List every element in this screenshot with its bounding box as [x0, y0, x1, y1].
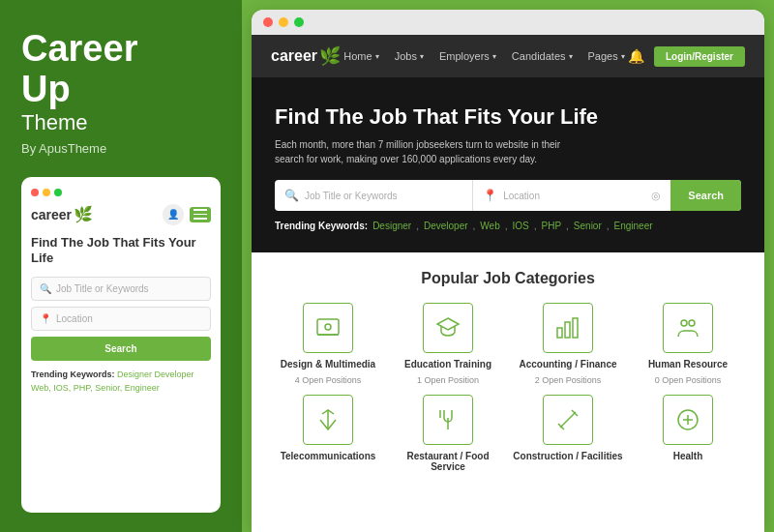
category-name-2: Accounting / Finance: [519, 359, 616, 369]
category-positions-0: 4 Open Positions: [295, 375, 362, 385]
mockup-search-button[interactable]: Search: [31, 337, 211, 361]
svg-rect-6: [573, 318, 578, 338]
category-item-5[interactable]: Restaurant / Food Service: [391, 395, 505, 472]
categories-grid: Design & Multimedia 4 Open Positions Edu…: [271, 303, 745, 472]
mockup-location-placeholder: Location: [56, 313, 93, 324]
search-icon: 🔍: [40, 283, 51, 294]
category-item-1[interactable]: Education Training 1 Open Position: [391, 303, 505, 385]
website-content: career 🌿 Home ▾ Jobs ▾ Employers ▾ Candi…: [252, 35, 764, 532]
site-nav-right: 🔔 Login/Register: [628, 46, 745, 67]
trending-keyword-developer[interactable]: Developer: [424, 221, 468, 231]
brand-author: By ApusTheme: [21, 141, 221, 156]
site-logo: career 🌿: [271, 45, 341, 67]
nav-home[interactable]: Home ▾: [343, 50, 378, 62]
trending-keyword-web[interactable]: Web: [480, 221, 499, 231]
mockup-keyword-placeholder: Job Title or Keywords: [56, 283, 149, 294]
brand-subtitle: Theme: [21, 110, 221, 135]
home-dropdown-icon: ▾: [375, 52, 379, 61]
category-positions-2: 2 Open Positions: [535, 375, 602, 385]
trending-keyword-senior[interactable]: Senior: [574, 221, 602, 231]
trending-label: Trending Keywords:: [275, 221, 368, 231]
login-register-button[interactable]: Login/Register: [654, 46, 745, 67]
categories-section: Popular Job Categories Design & Multimed…: [252, 252, 764, 532]
right-panel: career 🌿 Home ▾ Jobs ▾ Employers ▾ Candi…: [252, 10, 764, 532]
category-icon-6: [543, 395, 593, 445]
category-icon-2: [543, 303, 593, 353]
brand-title: Career Up: [21, 29, 221, 110]
mockup-keyword-input[interactable]: 🔍 Job Title or Keywords: [31, 277, 211, 301]
trending-keyword-php[interactable]: PHP: [542, 221, 562, 231]
category-positions-3: 0 Open Positions: [655, 375, 722, 385]
category-icon-4: [303, 395, 353, 445]
category-name-5: Restaurant / Food Service: [391, 451, 505, 472]
site-nav: career 🌿 Home ▾ Jobs ▾ Employers ▾ Candi…: [252, 35, 764, 77]
category-item-6[interactable]: Construction / Facilities: [511, 395, 625, 472]
mockup-logo: career 🌿: [31, 205, 93, 223]
nav-candidates[interactable]: Candidates ▾: [512, 50, 573, 62]
left-panel: Career Up Theme By ApusTheme career 🌿 👤: [0, 0, 242, 532]
browser-chrome: [252, 10, 764, 35]
category-positions-1: 1 Open Position: [417, 375, 479, 385]
category-name-1: Education Training: [404, 359, 491, 369]
mockup-heading: Find The Job That Fits Your Life: [31, 235, 211, 268]
keyword-placeholder: Job Title or Keywords: [305, 191, 398, 201]
svg-point-7: [681, 320, 687, 326]
nav-jobs[interactable]: Jobs ▾: [395, 50, 424, 62]
hero-section: Find The Job That Fits Your Life Each mo…: [252, 77, 764, 252]
category-name-3: Human Resource: [648, 359, 728, 369]
chrome-dot-yellow[interactable]: [279, 17, 288, 27]
category-item-4[interactable]: Telecommunications: [271, 395, 385, 472]
category-name-4: Telecommunications: [281, 451, 376, 461]
trending-label: Trending Keywords:: [31, 369, 115, 379]
dot-green: [54, 189, 62, 196]
category-item-7[interactable]: Health: [631, 395, 745, 472]
category-name-7: Health: [673, 451, 703, 461]
nav-pages[interactable]: Pages ▾: [588, 50, 625, 62]
hero-content: Find The Job That Fits Your Life Each mo…: [275, 104, 741, 231]
category-item-0[interactable]: Design & Multimedia 4 Open Positions: [271, 303, 385, 385]
user-icon[interactable]: 👤: [163, 204, 184, 225]
keyword-search-icon: 🔍: [284, 189, 299, 202]
hero-title: Find The Job That Fits Your Life: [275, 104, 741, 130]
logo-leaf-icon: 🌿: [74, 205, 93, 223]
svg-point-1: [325, 324, 331, 330]
candidates-dropdown-icon: ▾: [569, 52, 573, 61]
category-name-6: Construction / Facilities: [513, 451, 622, 461]
search-bar: 🔍 Job Title or Keywords 📍 Location ◎ Sea…: [275, 180, 741, 211]
trending-keyword-designer[interactable]: Designer: [372, 221, 411, 231]
notification-bell-icon[interactable]: 🔔: [628, 48, 644, 64]
location-placeholder: Location: [503, 191, 540, 201]
trending-keyword-ios[interactable]: IOS: [512, 221, 528, 231]
hamburger-menu-icon[interactable]: [190, 207, 211, 222]
gps-icon: ◎: [651, 190, 661, 202]
category-icon-3: [663, 303, 713, 353]
category-name-0: Design & Multimedia: [281, 359, 375, 369]
svg-rect-0: [317, 319, 339, 335]
location-pin-icon: 📍: [483, 189, 497, 202]
svg-point-8: [689, 320, 695, 326]
pages-dropdown-icon: ▾: [621, 52, 625, 61]
chrome-dot-red[interactable]: [263, 17, 273, 27]
site-logo-leaf-icon: 🌿: [319, 45, 341, 67]
mockup-dots: [31, 189, 211, 196]
chrome-dot-green[interactable]: [294, 17, 304, 27]
mockup-nav-icons: 👤: [163, 204, 211, 225]
svg-rect-4: [557, 328, 562, 338]
dot-red: [31, 189, 39, 196]
mockup-trending: Trending Keywords: Designer Developer We…: [31, 369, 211, 395]
category-item-3[interactable]: Human Resource 0 Open Positions: [631, 303, 745, 385]
nav-employers[interactable]: Employers ▾: [439, 50, 496, 62]
svg-line-12: [560, 412, 576, 428]
keyword-search-input[interactable]: 🔍 Job Title or Keywords: [275, 180, 473, 211]
mockup-location-input[interactable]: 📍 Location: [31, 307, 211, 331]
location-icon: 📍: [40, 313, 51, 324]
search-button[interactable]: Search: [670, 180, 741, 211]
location-search-input[interactable]: 📍 Location ◎: [473, 180, 670, 211]
category-item-2[interactable]: Accounting / Finance 2 Open Positions: [511, 303, 625, 385]
dot-yellow: [43, 189, 50, 196]
mockup-nav: career 🌿 👤: [31, 204, 211, 225]
category-icon-1: [423, 303, 473, 353]
trending-keyword-engineer[interactable]: Engineer: [614, 221, 653, 231]
jobs-dropdown-icon: ▾: [420, 52, 424, 61]
categories-title: Popular Job Categories: [271, 270, 745, 287]
